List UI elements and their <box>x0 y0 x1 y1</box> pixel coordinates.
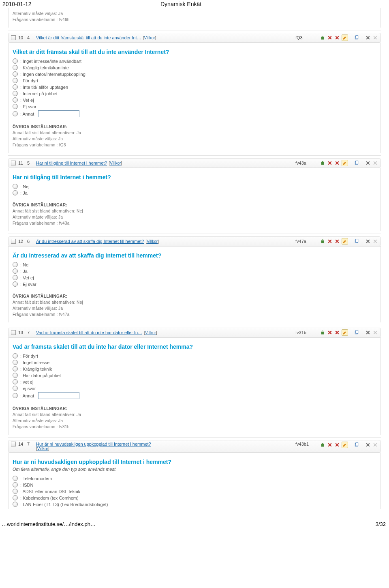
radio-icon[interactable] <box>13 104 18 109</box>
option-row[interactable]: Kabelmodem (tex Comhem) <box>13 495 376 500</box>
radio-icon[interactable] <box>13 489 18 494</box>
trash-icon[interactable] <box>320 238 325 244</box>
close-icon[interactable] <box>334 330 340 335</box>
option-row[interactable]: Ej svar <box>13 281 376 287</box>
trash-icon[interactable] <box>320 160 325 166</box>
collapse-toggle-icon[interactable] <box>11 35 16 40</box>
radio-icon[interactable] <box>13 393 18 398</box>
close-icon[interactable] <box>334 238 340 244</box>
copy-icon[interactable] <box>354 238 359 244</box>
option-row[interactable]: Inget intresse <box>13 360 376 365</box>
option-row[interactable]: Internet på jobbet <box>13 91 376 96</box>
radio-icon[interactable] <box>13 78 18 83</box>
question-link[interactable]: Vilket är ditt främsta skäl till att du … <box>36 35 141 40</box>
radio-icon[interactable] <box>13 476 18 481</box>
conditions-link[interactable]: Villkor <box>144 330 157 335</box>
option-row[interactable]: ADSL eller annan DSL-teknik <box>13 489 376 494</box>
conditions-link[interactable]: Villkor <box>109 161 122 165</box>
option-row[interactable]: Nej <box>13 262 376 267</box>
radio-icon[interactable] <box>13 71 18 77</box>
radio-icon[interactable] <box>13 190 18 195</box>
close-icon[interactable] <box>327 160 333 166</box>
conditions-link[interactable]: Villkor <box>145 239 159 244</box>
trash-icon[interactable] <box>320 35 325 41</box>
radio-icon[interactable] <box>13 58 18 64</box>
radio-icon[interactable] <box>13 262 18 267</box>
edit-icon[interactable] <box>342 160 348 166</box>
option-row[interactable]: Ej svar <box>13 104 376 109</box>
radio-icon[interactable] <box>13 275 18 280</box>
close-icon[interactable] <box>327 238 333 244</box>
radio-icon[interactable] <box>13 97 18 103</box>
collapse-toggle-icon[interactable] <box>11 161 16 165</box>
delete-icon[interactable] <box>365 160 371 166</box>
edit-icon[interactable] <box>342 442 348 448</box>
option-row[interactable]: Krånglig teknik/kan inte <box>13 65 376 70</box>
radio-icon[interactable] <box>13 379 18 384</box>
radio-icon[interactable] <box>13 84 18 90</box>
close-icon[interactable] <box>327 330 333 335</box>
trash-icon[interactable] <box>320 330 325 335</box>
delete-icon[interactable] <box>365 330 371 335</box>
option-row[interactable]: Annat <box>13 110 376 117</box>
option-row[interactable]: Inte tid/ allför upptagen <box>13 84 376 90</box>
radio-icon[interactable] <box>13 373 18 378</box>
copy-icon[interactable] <box>354 330 359 335</box>
delete-icon[interactable] <box>365 238 371 244</box>
conditions-link[interactable]: Villkor <box>143 36 156 40</box>
question-link[interactable]: Vad är främsta skälet till att du inte h… <box>36 330 142 335</box>
option-row[interactable]: vet ej <box>13 379 376 384</box>
question-link[interactable]: Är du intresserad av att skaffa dig Inte… <box>36 239 144 244</box>
collapse-toggle-icon[interactable] <box>11 330 16 335</box>
option-row[interactable]: Annat <box>13 392 376 399</box>
other-input[interactable] <box>38 110 79 117</box>
collapse-toggle-icon[interactable] <box>11 239 16 244</box>
edit-icon[interactable] <box>342 238 348 245</box>
radio-icon[interactable] <box>13 65 18 70</box>
edit-icon[interactable] <box>342 329 348 336</box>
radio-icon[interactable] <box>13 281 18 287</box>
option-row[interactable]: ej svar <box>13 386 376 391</box>
edit-icon[interactable] <box>342 34 348 41</box>
option-row[interactable]: Nej <box>13 184 376 189</box>
question-link[interactable]: Hur är ni huvudsakligen uppkopplad till … <box>36 442 151 446</box>
option-row[interactable]: Inget intresse/inte användbart <box>13 58 376 64</box>
copy-icon[interactable] <box>354 35 359 41</box>
option-row[interactable]: Telefonmodem <box>13 476 376 481</box>
close-icon[interactable] <box>334 35 340 41</box>
option-row[interactable]: Ja <box>13 190 376 195</box>
close-icon[interactable] <box>327 442 333 448</box>
close-icon[interactable] <box>334 442 340 448</box>
radio-icon[interactable] <box>13 184 18 189</box>
copy-icon[interactable] <box>354 160 359 166</box>
radio-icon[interactable] <box>13 495 18 500</box>
delete-icon[interactable] <box>365 35 371 41</box>
radio-icon[interactable] <box>13 502 18 507</box>
conditions-link[interactable]: Villkor <box>36 446 49 451</box>
trash-icon[interactable] <box>320 442 325 448</box>
close-icon[interactable] <box>334 160 340 166</box>
other-input[interactable] <box>38 392 79 399</box>
option-row[interactable]: För dyrt <box>13 353 376 358</box>
radio-icon[interactable] <box>13 482 18 487</box>
delete-icon[interactable] <box>365 442 371 448</box>
close-icon[interactable] <box>327 35 333 41</box>
radio-icon[interactable] <box>13 386 18 391</box>
option-row[interactable]: För dyrt <box>13 78 376 83</box>
option-row[interactable]: Ja <box>13 268 376 274</box>
radio-icon[interactable] <box>13 360 18 365</box>
collapse-toggle-icon[interactable] <box>11 442 16 446</box>
option-row[interactable]: Vet ej <box>13 275 376 280</box>
radio-icon[interactable] <box>13 111 18 116</box>
option-row[interactable]: Har dator på jobbet <box>13 373 376 378</box>
radio-icon[interactable] <box>13 353 18 358</box>
copy-icon[interactable] <box>354 442 359 448</box>
option-row[interactable]: Vet ej <box>13 97 376 103</box>
radio-icon[interactable] <box>13 366 18 371</box>
option-row[interactable]: LAN-Fiber (T1-T3) (t ex Bredbandsbolaget… <box>13 502 376 507</box>
option-row[interactable]: Ingen dator/internetuppkoppling <box>13 71 376 77</box>
radio-icon[interactable] <box>13 91 18 96</box>
option-row[interactable]: Krånglig teknik <box>13 366 376 371</box>
radio-icon[interactable] <box>13 268 18 274</box>
option-row[interactable]: ISDN <box>13 482 376 487</box>
